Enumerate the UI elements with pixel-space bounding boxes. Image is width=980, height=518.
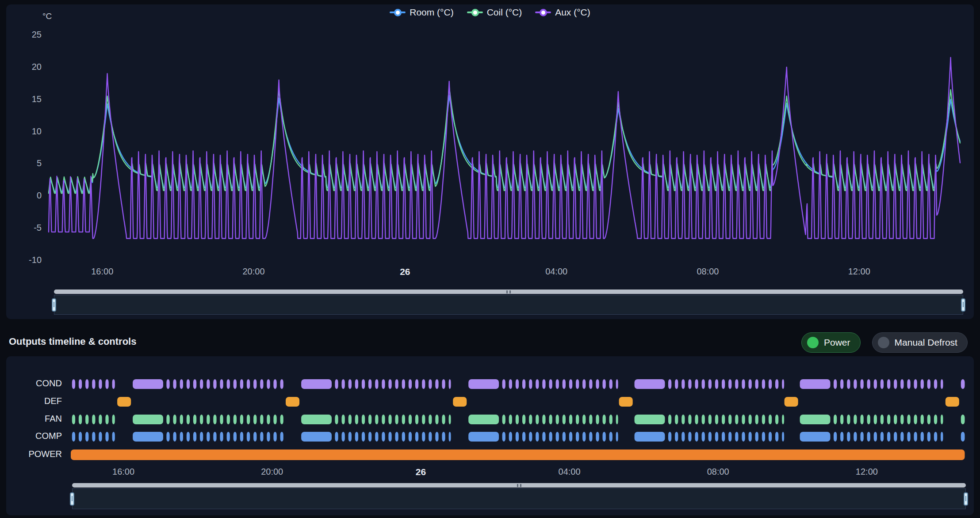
chart-x-tick-label: 04:00 — [530, 267, 583, 277]
chart-x-tick-label: 12:00 — [833, 267, 886, 277]
manual-defrost-toggle-label: Manual Defrost — [895, 337, 957, 348]
refrigeration-dashboard: °C Room (°C)Coil (°C)Aux (°C) 2520151050… — [0, 0, 980, 518]
timeline-x-tick-label: 16:00 — [97, 467, 150, 477]
chart-x-tick-label: 16:00 — [76, 267, 129, 277]
manual-defrost-toggle[interactable]: Manual Defrost — [872, 332, 968, 353]
timeline-x-tick-label: 04:00 — [543, 467, 596, 477]
chart-x-tick-label: 26 — [379, 267, 432, 277]
timeline-zoom-minimap[interactable] — [72, 488, 966, 509]
y-axis-tick-label: 5 — [12, 158, 42, 168]
legend-item-room[interactable]: Room (°C) — [390, 7, 453, 18]
timeline-zoom-right-handle[interactable] — [964, 492, 968, 506]
timeline-zoom-left-handle[interactable] — [70, 492, 74, 506]
y-axis-tick-label: -10 — [12, 255, 42, 265]
timeline-x-tick-label: 08:00 — [692, 467, 745, 477]
legend-label: Coil (°C) — [487, 7, 522, 18]
chart-zoom-left-handle[interactable] — [52, 298, 56, 312]
timeline-x-tick-label: 12:00 — [840, 467, 893, 477]
y-axis-tick-label: -5 — [12, 223, 42, 233]
y-axis-tick-label: 15 — [12, 94, 42, 104]
legend-label: Aux (°C) — [555, 7, 590, 18]
chart-zoom-right-handle[interactable] — [961, 298, 965, 312]
timeline-row-label-comp: COMP — [0, 431, 62, 441]
legend-marker-icon — [390, 9, 406, 16]
power-toggle-dot-icon — [807, 337, 819, 348]
power-toggle[interactable]: Power — [801, 332, 861, 353]
y-axis-tick-label: 0 — [12, 190, 42, 201]
timeline-row-label-fan: FAN — [0, 414, 62, 424]
y-axis-tick-label: 25 — [12, 30, 42, 40]
power-toggle-label: Power — [824, 337, 850, 348]
y-axis-tick-label: 20 — [12, 62, 42, 72]
chart-x-tick-label: 08:00 — [681, 267, 734, 277]
timeline-x-tick-label: 20:00 — [245, 467, 299, 477]
timeline-zoom-grip-icon[interactable] — [517, 484, 521, 487]
y-axis-tick-label: 10 — [12, 126, 42, 137]
chart-zoom-grip-icon[interactable] — [506, 290, 511, 293]
legend-label: Room (°C) — [410, 7, 453, 18]
chart-zoom-minimap[interactable] — [54, 295, 963, 315]
legend-marker-icon — [467, 9, 483, 16]
legend-marker-icon — [535, 9, 551, 16]
outputs-controls: Power Manual Defrost — [801, 332, 968, 353]
legend-item-coil[interactable]: Coil (°C) — [467, 7, 522, 18]
timeline-row-label-def: DEF — [0, 396, 62, 406]
chart-legend: Room (°C)Coil (°C)Aux (°C) — [0, 7, 980, 18]
outputs-section-title: Outputs timeline & controls — [9, 336, 136, 347]
timeline-row-label-cond: COND — [0, 378, 62, 388]
manual-defrost-toggle-dot-icon — [878, 337, 889, 348]
chart-x-tick-label: 20:00 — [227, 267, 280, 277]
legend-item-aux[interactable]: Aux (°C) — [535, 7, 590, 18]
timeline-x-tick-label: 26 — [394, 467, 447, 477]
temperature-chart-plot[interactable] — [49, 18, 960, 269]
timeline-row-label-power: POWER — [0, 449, 62, 459]
